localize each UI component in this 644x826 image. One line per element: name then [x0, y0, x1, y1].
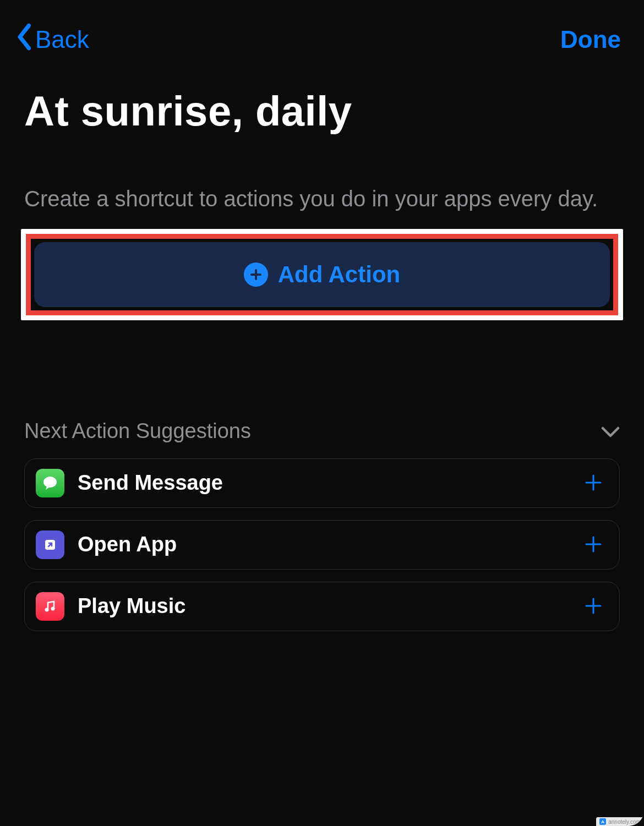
suggestion-item-play-music[interactable]: Play Music	[24, 582, 620, 631]
back-button[interactable]: Back	[15, 23, 89, 56]
svg-point-3	[51, 606, 55, 610]
watermark-text: annotely.com	[608, 819, 641, 825]
add-action-label: Add Action	[278, 261, 400, 288]
messages-icon	[36, 469, 64, 497]
suggestion-item-open-app[interactable]: Open App	[24, 520, 620, 570]
suggestion-label: Send Message	[78, 471, 571, 495]
annotation-highlight-inner: Add Action	[26, 234, 618, 315]
plus-icon	[584, 471, 603, 496]
music-icon	[36, 592, 64, 621]
suggestions-header[interactable]: Next Action Suggestions	[24, 419, 620, 443]
nav-bar: Back Done	[0, 0, 644, 61]
watermark: A annotely.com	[596, 817, 644, 826]
svg-point-0	[43, 477, 57, 488]
suggestions-header-label: Next Action Suggestions	[24, 419, 251, 443]
suggestions-section: Next Action Suggestions Send Message Ope…	[0, 320, 644, 631]
back-label: Back	[35, 26, 89, 53]
open-app-icon	[36, 530, 64, 559]
add-action-button[interactable]: Add Action	[34, 242, 610, 307]
plus-circle-icon	[244, 262, 268, 287]
done-button[interactable]: Done	[560, 26, 621, 53]
chevron-down-icon	[601, 419, 620, 443]
suggestion-label: Play Music	[78, 594, 571, 618]
watermark-badge-icon: A	[599, 818, 606, 825]
page-description: Create a shortcut to actions you do in y…	[0, 134, 644, 214]
plus-icon	[584, 594, 603, 619]
plus-icon	[584, 532, 603, 557]
suggestion-label: Open App	[78, 533, 571, 556]
suggestion-item-send-message[interactable]: Send Message	[24, 458, 620, 508]
annotation-highlight: Add Action	[21, 229, 623, 320]
chevron-left-icon	[15, 23, 34, 56]
page-title: At sunrise, daily	[0, 61, 644, 134]
